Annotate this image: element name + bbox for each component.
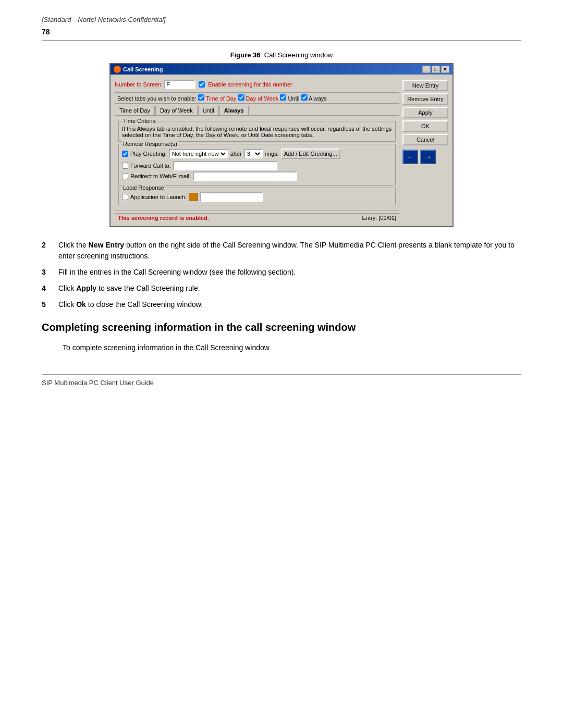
tabs-select-row: Select tabs you wish to enable: Time of … xyxy=(115,92,399,104)
maximize-button[interactable]: □ xyxy=(432,66,440,73)
app-launch-icon xyxy=(189,193,198,201)
tab-day-of-week[interactable]: Day of Week xyxy=(155,106,198,115)
tab-until-checkbox[interactable] xyxy=(280,94,286,101)
header-divider xyxy=(42,40,521,41)
time-criteria-content: If this Always tab is enabled, the follo… xyxy=(122,126,392,138)
play-greeting-checkbox[interactable] xyxy=(122,151,128,157)
titlebar-left: Call Screening xyxy=(114,66,163,73)
tab-always-label: Always xyxy=(309,95,327,102)
nav-arrows: ← → xyxy=(402,150,448,164)
time-criteria-label: Time Criteria xyxy=(122,118,157,124)
figure-label: Figure 36 Call Screening window xyxy=(42,51,521,59)
local-response-content: Application to Launch: xyxy=(122,192,392,202)
step-5: 5 Click Ok to close the Call Screening w… xyxy=(42,299,521,310)
remote-responses-label: Remote Response(s) xyxy=(122,141,178,147)
tab-always-checkbox[interactable] xyxy=(301,94,308,101)
page-number: 78 xyxy=(42,28,521,36)
local-response-label: Local Response xyxy=(122,184,165,191)
section-heading: Completing screening information in the … xyxy=(42,320,521,334)
tab-always[interactable]: Always xyxy=(219,106,249,115)
apply-button[interactable]: Apply xyxy=(402,107,448,118)
close-button[interactable]: ✕ xyxy=(441,66,449,73)
new-entry-button[interactable]: New Entry xyxy=(402,80,448,91)
local-response-group: Local Response Application to Launch: xyxy=(118,188,396,205)
tab-time-of-day-label: Time of Day xyxy=(206,95,237,102)
back-arrow-button[interactable]: ← xyxy=(402,150,418,164)
step-2-number: 2 xyxy=(42,240,52,262)
app-launch-input[interactable] xyxy=(200,192,263,202)
step-2: 2 Click the New Entry button on the righ… xyxy=(42,240,521,262)
redirect-row: Redirect to Web/E-mail: xyxy=(122,171,392,181)
tab-time-of-day[interactable]: Time of Day xyxy=(115,106,155,115)
window-icon xyxy=(114,66,121,73)
forward-arrow-button[interactable]: → xyxy=(420,150,436,164)
enable-screening-checkbox[interactable] xyxy=(199,81,205,88)
minimize-button[interactable]: _ xyxy=(422,66,431,73)
remote-responses-group: Remote Response(s) Play Greeting: Not he… xyxy=(118,144,396,186)
tab-content: Time Criteria If this Always tab is enab… xyxy=(115,118,399,211)
cancel-button[interactable]: Cancel xyxy=(402,134,448,145)
play-greeting-row: Play Greeting: Not here right now after … xyxy=(122,149,392,159)
confidential-label: [Standard—Nortel Networks Confidential] xyxy=(42,16,521,23)
side-buttons: New Entry Remove Entry Apply OK Cancel ←… xyxy=(402,79,448,222)
step-list: 2 Click the New Entry button on the righ… xyxy=(42,240,521,310)
tabs-select-label: Select tabs you wish to enable: xyxy=(117,95,197,102)
window-titlebar: Call Screening _ □ ✕ xyxy=(111,64,452,75)
greeting-select[interactable]: Not here right now xyxy=(169,149,228,158)
redirect-input[interactable] xyxy=(193,171,297,181)
status-enabled-text: This screening record is enabled. xyxy=(118,215,209,221)
footer-text: SIP Multimedia PC Client User Guide xyxy=(42,379,521,387)
tab-until[interactable]: Until xyxy=(198,106,219,115)
step-4-number: 4 xyxy=(42,283,52,294)
play-greeting-label: Play Greeting: xyxy=(130,151,167,157)
redirect-label: Redirect to Web/E-mail: xyxy=(130,173,191,179)
remote-responses-content: Play Greeting: Not here right now after … xyxy=(122,149,392,181)
tab-time-of-day-checkbox[interactable] xyxy=(198,94,204,101)
window-title: Call Screening xyxy=(123,66,163,72)
number-to-screen-input[interactable] xyxy=(164,80,195,89)
figure-title: Call Screening window xyxy=(264,51,333,59)
app-launch-row: Application to Launch: xyxy=(122,192,392,202)
tab-until-label: Until xyxy=(288,95,300,102)
time-criteria-group: Time Criteria If this Always tab is enab… xyxy=(118,121,396,142)
step-3-text: Fill in the entries in the Call Screenin… xyxy=(58,267,296,278)
footer-divider xyxy=(42,374,521,375)
rings-select[interactable]: 3 xyxy=(244,149,263,158)
figure-bold: Figure 36 xyxy=(230,51,261,59)
entry-text: Entry: [01/01] xyxy=(362,215,396,221)
tab-day-of-week-label: Day of Week xyxy=(246,95,279,102)
step-4: 4 Click Apply to save the Call Screening… xyxy=(42,283,521,294)
add-edit-greeting-button[interactable]: Add / Edit Greeting... xyxy=(281,149,340,159)
tab-day-of-week-checkbox[interactable] xyxy=(238,94,244,101)
step-5-number: 5 xyxy=(42,299,52,310)
forward-call-label: Forward Call to: xyxy=(130,163,171,169)
enable-screening-label: Enable screening for this number xyxy=(208,81,292,88)
forward-call-row: Forward Call to: xyxy=(122,161,392,170)
step-2-text: Click the New Entry button on the right … xyxy=(58,240,521,262)
after-label: after xyxy=(230,151,242,157)
window-content: Number to Screen Enable screening for th… xyxy=(111,75,452,226)
app-launch-label: Application to Launch: xyxy=(130,194,187,200)
status-bar: This screening record is enabled. Entry:… xyxy=(115,213,399,222)
rings-label: rings: xyxy=(265,151,279,157)
number-to-screen-row: Number to Screen Enable screening for th… xyxy=(115,79,399,90)
main-panel: Number to Screen Enable screening for th… xyxy=(115,79,399,222)
app-launch-checkbox[interactable] xyxy=(122,194,128,200)
ok-button[interactable]: OK xyxy=(402,120,448,132)
number-to-screen-label: Number to Screen xyxy=(115,81,161,88)
redirect-checkbox[interactable] xyxy=(122,173,128,179)
page-container: [Standard—Nortel Networks Confidential] … xyxy=(0,0,563,402)
forward-call-checkbox[interactable] xyxy=(122,163,128,169)
step-3-number: 3 xyxy=(42,267,52,278)
time-criteria-text: If this Always tab is enabled, the follo… xyxy=(122,126,391,138)
titlebar-buttons: _ □ ✕ xyxy=(422,66,449,73)
call-screening-window: Call Screening _ □ ✕ Number to Screen En… xyxy=(109,63,454,227)
step-4-text: Click Apply to save the Call Screening r… xyxy=(58,283,200,294)
step-5-text: Click Ok to close the Call Screening win… xyxy=(58,299,203,310)
forward-call-input[interactable] xyxy=(173,161,277,170)
step-3: 3 Fill in the entries in the Call Screen… xyxy=(42,267,521,278)
section-para: To complete screening information in the… xyxy=(63,342,521,353)
tabs-row: Time of Day Day of Week Until Always xyxy=(115,106,399,116)
remove-entry-button[interactable]: Remove Entry xyxy=(402,93,448,105)
